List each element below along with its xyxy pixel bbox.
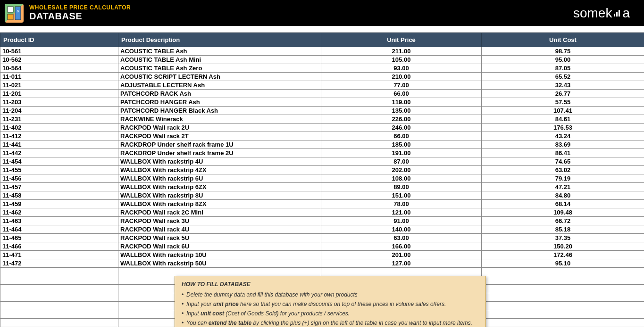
cell-empty[interactable] <box>482 293 644 302</box>
cell-product-description[interactable]: RACKPOD Wall rack 5U <box>118 234 321 242</box>
cell-unit-cost[interactable]: 87.05 <box>482 64 644 73</box>
cell-unit-cost[interactable]: 47.21 <box>482 183 644 191</box>
cell-product-description[interactable]: WALLBOX With rackstrip 4ZX <box>118 166 321 174</box>
cell-empty[interactable] <box>0 310 118 319</box>
cell-product-description[interactable]: ACOUSTIC TABLE Ash Zero <box>118 64 321 73</box>
cell-product-id[interactable]: 11-465 <box>0 234 118 242</box>
cell-unit-price[interactable]: 211.00 <box>321 47 482 56</box>
cell-unit-price[interactable]: 121.00 <box>321 208 482 217</box>
cell-unit-price[interactable]: 78.00 <box>321 200 482 208</box>
cell-unit-cost[interactable]: 84.61 <box>482 115 644 124</box>
cell-product-id[interactable]: 11-457 <box>0 183 118 191</box>
table-row[interactable]: 11-203PATCHCORD HANGER Ash119.0057.55 <box>0 98 644 107</box>
cell-product-id[interactable]: 10-562 <box>0 56 118 64</box>
cell-unit-cost[interactable]: 172.46 <box>482 251 644 259</box>
cell-unit-price[interactable]: 119.00 <box>321 98 482 107</box>
cell-unit-cost[interactable]: 63.02 <box>482 166 644 174</box>
cell-product-description[interactable]: PATCHCORD RACK Ash <box>118 90 321 98</box>
cell-empty[interactable] <box>482 302 644 310</box>
cell-product-description[interactable]: WALLBOX With rackstrip 4U <box>118 157 321 166</box>
table-row[interactable]: 10-562ACOUSTIC TABLE Ash Mini105.0095.00 <box>0 56 644 64</box>
cell-product-description[interactable]: RACKDROP Under shelf rack frame 2U <box>118 149 321 157</box>
cell-product-description[interactable]: PATCHCORD HANGER Ash <box>118 98 321 107</box>
table-row[interactable]: 11-472WALLBOX With rackstrip 50U127.0095… <box>0 259 644 268</box>
cell-empty[interactable] <box>0 319 118 327</box>
cell-unit-price[interactable]: 127.00 <box>321 259 482 268</box>
cell-product-description[interactable]: ACOUSTIC TABLE Ash <box>118 47 321 56</box>
cell-unit-price[interactable]: 140.00 <box>321 225 482 234</box>
cell-product-id[interactable]: 11-402 <box>0 124 118 132</box>
cell-unit-cost[interactable]: 176.53 <box>482 124 644 132</box>
table-row[interactable]: 11-021ADJUSTABLE LECTERN Ash77.0032.43 <box>0 81 644 90</box>
cell-product-description[interactable]: WALLBOX With rackstrip 10U <box>118 251 321 259</box>
cell-unit-price[interactable]: 93.00 <box>321 64 482 73</box>
cell-product-description[interactable]: RACKWINE Winerack <box>118 115 321 124</box>
cell-unit-cost[interactable]: 85.18 <box>482 225 644 234</box>
cell-unit-price[interactable]: 246.00 <box>321 124 482 132</box>
table-row[interactable]: 10-564ACOUSTIC TABLE Ash Zero93.0087.05 <box>0 64 644 73</box>
cell-empty[interactable] <box>118 268 321 276</box>
cell-product-id[interactable]: 11-456 <box>0 174 118 183</box>
table-row[interactable]: 11-201PATCHCORD RACK Ash66.0026.77 <box>0 90 644 98</box>
cell-empty[interactable] <box>482 268 644 276</box>
table-row[interactable]: 11-471WALLBOX With rackstrip 10U201.0017… <box>0 251 644 259</box>
cell-product-id[interactable]: 11-203 <box>0 98 118 107</box>
cell-unit-price[interactable]: 63.00 <box>321 234 482 242</box>
table-row[interactable]: 11-442RACKDROP Under shelf rack frame 2U… <box>0 149 644 157</box>
cell-product-description[interactable]: RACKDROP Under shelf rack frame 1U <box>118 140 321 149</box>
cell-product-id[interactable]: 10-564 <box>0 64 118 73</box>
cell-product-description[interactable]: WALLBOX With rackstrip 6U <box>118 174 321 183</box>
cell-unit-cost[interactable]: 83.69 <box>482 140 644 149</box>
table-row[interactable]: 11-463RACKPOD Wall rack 3U91.0066.72 <box>0 217 644 225</box>
cell-unit-cost[interactable]: 57.55 <box>482 98 644 107</box>
cell-empty[interactable] <box>482 285 644 293</box>
cell-product-id[interactable]: 11-021 <box>0 81 118 90</box>
table-row[interactable]: 11-454WALLBOX With rackstrip 4U87.0074.6… <box>0 157 644 166</box>
cell-unit-cost[interactable]: 37.35 <box>482 234 644 242</box>
cell-product-id[interactable]: 11-466 <box>0 242 118 251</box>
cell-product-description[interactable]: WALLBOX With rackstrip 8U <box>118 191 321 200</box>
cell-product-id[interactable]: 11-462 <box>0 208 118 217</box>
cell-product-id[interactable]: 11-442 <box>0 149 118 157</box>
cell-product-id[interactable]: 11-011 <box>0 73 118 81</box>
cell-unit-cost[interactable]: 65.52 <box>482 73 644 81</box>
cell-product-id[interactable]: 11-412 <box>0 132 118 140</box>
col-unit-price[interactable]: Unit Price <box>321 33 482 47</box>
cell-product-description[interactable]: RACKPOD Wall rack 4U <box>118 225 321 234</box>
cell-product-id[interactable]: 11-459 <box>0 200 118 208</box>
col-product-description[interactable]: Product Description <box>118 33 321 47</box>
table-row[interactable]: 11-457WALLBOX With rackstrip 6ZX89.0047.… <box>0 183 644 191</box>
cell-product-description[interactable]: WALLBOX With rackstrip 50U <box>118 259 321 268</box>
cell-unit-price[interactable]: 210.00 <box>321 73 482 81</box>
cell-unit-cost[interactable]: 26.77 <box>482 90 644 98</box>
cell-unit-cost[interactable]: 107.41 <box>482 107 644 115</box>
cell-unit-price[interactable]: 166.00 <box>321 242 482 251</box>
cell-unit-price[interactable]: 87.00 <box>321 157 482 166</box>
cell-unit-cost[interactable]: 95.10 <box>482 259 644 268</box>
cell-product-id[interactable]: 11-472 <box>0 259 118 268</box>
cell-unit-price[interactable]: 151.00 <box>321 191 482 200</box>
table-row[interactable]: 11-441RACKDROP Under shelf rack frame 1U… <box>0 140 644 149</box>
cell-unit-cost[interactable]: 109.48 <box>482 208 644 217</box>
cell-product-description[interactable]: RACKPOD Wall rack 2T <box>118 132 321 140</box>
cell-product-id[interactable]: 11-464 <box>0 225 118 234</box>
cell-unit-cost[interactable]: 74.65 <box>482 157 644 166</box>
cell-product-id[interactable]: 11-231 <box>0 115 118 124</box>
cell-unit-cost[interactable]: 150.20 <box>482 242 644 251</box>
cell-unit-price[interactable]: 66.00 <box>321 90 482 98</box>
cell-product-id[interactable]: 11-454 <box>0 157 118 166</box>
cell-product-description[interactable]: WALLBOX With rackstrip 6ZX <box>118 183 321 191</box>
cell-unit-price[interactable]: 202.00 <box>321 166 482 174</box>
cell-empty[interactable] <box>0 285 118 293</box>
cell-unit-cost[interactable]: 95.00 <box>482 56 644 64</box>
cell-empty[interactable] <box>0 268 118 276</box>
cell-empty[interactable] <box>482 276 644 285</box>
col-unit-cost[interactable]: Unit Cost <box>482 33 644 47</box>
cell-unit-price[interactable]: 77.00 <box>321 81 482 90</box>
table-row-empty[interactable] <box>0 268 644 276</box>
table-row[interactable]: 11-456WALLBOX With rackstrip 6U108.0079.… <box>0 174 644 183</box>
cell-product-description[interactable]: RACKPOD Wall rack 6U <box>118 242 321 251</box>
cell-product-id[interactable]: 11-455 <box>0 166 118 174</box>
table-row[interactable]: 11-402RACKPOD Wall rack 2U246.00176.53 <box>0 124 644 132</box>
cell-product-description[interactable]: WALLBOX With rackstrip 8ZX <box>118 200 321 208</box>
